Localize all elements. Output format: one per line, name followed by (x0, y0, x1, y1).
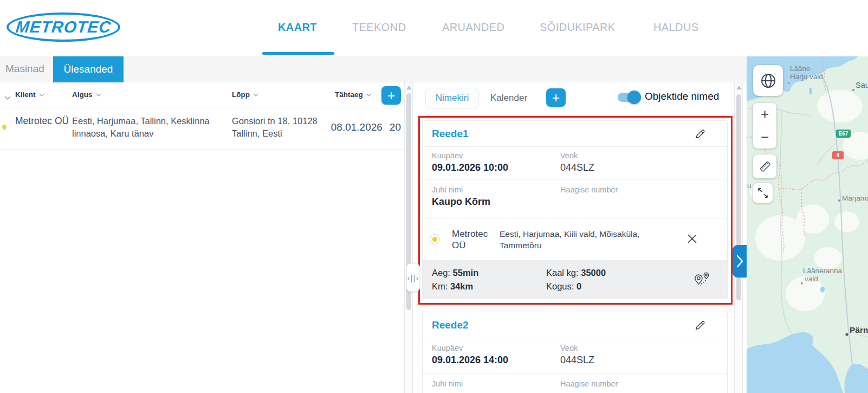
chevron-down-icon (96, 91, 101, 99)
juht-label: Juhi nimi (432, 379, 463, 388)
nav-soidukipark[interactable]: SÕIDUKIPARK (540, 21, 616, 34)
cell-algus: Eesti, Harjumaa, Tallinn, Kesklinna linn… (72, 115, 229, 140)
map-label-sau: Sau (856, 81, 868, 89)
nav-haldus[interactable]: HALDUS (653, 21, 699, 34)
zoom-in-button[interactable]: + (753, 103, 776, 126)
task-detail-panel: Nimekiri Kalender + Objektide nimed Reed… (413, 82, 734, 393)
scroll-up-arrow-icon[interactable] (406, 86, 412, 89)
detail-panel-scrollbar[interactable] (734, 82, 743, 393)
chevron-right-icon (735, 254, 744, 269)
expand-arrows-icon (756, 186, 769, 199)
route-card-reede1: Reede1 Kuupäev 09.01.2026 10:00 Veok 044… (422, 120, 728, 299)
card-title: Reede1 (432, 128, 469, 140)
resize-handle-icon: ‹||› (407, 273, 419, 282)
toggle-label: Objektide nimed (645, 91, 719, 102)
objektide-nimed-toggle[interactable] (618, 93, 638, 102)
veok-value: 044SLZ (560, 355, 594, 366)
left-panel-scrollbar[interactable] (404, 82, 413, 393)
metrotec-logo[interactable]: METROTEC (7, 12, 120, 42)
chevron-down-icon (366, 91, 372, 99)
card-field-row: Kuupäev 09.01.2026 14:00 Veok 044SLZ (423, 338, 727, 374)
tasks-table-panel: Klient Algus Lõpp Tähtaeg + Metrotec OÜ … (0, 82, 404, 393)
column-klient[interactable]: Klient (15, 91, 44, 99)
juht-label: Juhi nimi (432, 185, 490, 194)
active-tab-underline (262, 52, 334, 55)
add-route-button[interactable]: + (546, 88, 566, 107)
nav-aruanded[interactable]: ARUANDED (442, 21, 504, 34)
subtab-strip: Masinad Ülesanded (0, 56, 747, 82)
table-header-row: Klient Algus Lõpp Tähtaeg + (0, 82, 404, 108)
nav-teekond[interactable]: TEEKOND (352, 21, 406, 34)
toggle-knob (627, 91, 641, 104)
route-stats: Aeg: 55min Km: 34km Kaal kg: 35000 Kogus… (423, 261, 727, 299)
haagis-label: Haagise number (560, 379, 618, 388)
card-header: Reede1 (423, 121, 727, 147)
status-dot (2, 125, 7, 130)
map-panel[interactable]: E67 4 Lääne- Harju vald Sau lu Märjama L… (747, 56, 868, 393)
column-tahtaeg[interactable]: Tähtaeg (335, 91, 372, 99)
ruler-icon (757, 159, 773, 174)
fullscreen-map-button[interactable] (753, 183, 773, 203)
measure-distance-button[interactable] (753, 154, 776, 178)
map-label-marjamaa: Märjama (842, 194, 868, 202)
globe-icon (760, 73, 776, 89)
scroll-up-arrow-icon[interactable] (736, 86, 742, 89)
kuupaev-value: 09.01.2026 14:00 (432, 355, 508, 366)
veok-label: Veok (560, 344, 594, 352)
card-field-row: Juhi nimi Haagise number (423, 374, 727, 393)
card-field-row: Juhi nimi Kaupo Kõrm Haagise number (423, 179, 727, 218)
close-icon[interactable] (688, 234, 697, 243)
svg-text:4: 4 (837, 152, 840, 158)
svg-text:E67: E67 (839, 131, 848, 137)
veok-value: 044SLZ (560, 162, 594, 173)
stat-aeg: Aeg: 55min (432, 266, 478, 280)
column-lopp[interactable]: Lõpp (232, 91, 258, 99)
stat-kogus: Kogus: 0 (546, 280, 606, 293)
kuupaev-value: 09.01.2026 10:00 (432, 162, 508, 173)
map-label-laaneranna-2: vald (805, 275, 818, 283)
map-zoom-control: + − (753, 103, 776, 149)
zoom-out-button[interactable]: − (753, 126, 776, 149)
card-header: Reede2 (423, 312, 727, 338)
expand-panel-arrow-button[interactable] (733, 245, 747, 278)
tab-masinad[interactable]: Masinad (5, 63, 44, 75)
tab-ulesanded[interactable]: Ülesanded (53, 56, 124, 82)
logo-text: METROTEC (15, 18, 112, 36)
cell-tahtaeg: 08.01.2026 20 (323, 121, 401, 133)
kuupaev-label: Kuupäev (432, 151, 508, 160)
waypoint-client: Metrotec OÜ (452, 228, 492, 251)
edit-pencil-icon[interactable] (694, 319, 706, 331)
card-field-row: Kuupäev 09.01.2026 10:00 Veok 044SLZ (423, 147, 727, 179)
haagis-label: Haagise number (560, 185, 618, 194)
chevron-down-icon (253, 91, 258, 99)
waypoint-radio[interactable] (430, 234, 440, 244)
route-card-reede2: Reede2 Kuupäev 09.01.2026 14:00 Veok 044… (422, 312, 728, 393)
panel-resize-handle[interactable]: ‹||› (406, 263, 420, 292)
map-label-laane-harju-2: Harju vald (790, 73, 823, 81)
add-task-button[interactable]: + (381, 86, 401, 105)
map-label-laane-harju-1: Lääne- (790, 65, 813, 73)
collapse-all-chevron-icon[interactable] (4, 93, 11, 102)
view-tab-kalender[interactable]: Kalender (490, 93, 527, 104)
view-tab-nimekiri[interactable]: Nimekiri (425, 88, 479, 108)
app-root: METROTEC KAART TEEKOND ARUANDED SÕIDUKIP… (0, 0, 868, 393)
road-badge-e67: E67 (836, 130, 851, 138)
veok-label: Veok (560, 151, 594, 160)
edit-pencil-icon[interactable] (694, 128, 706, 140)
road-badge-4: 4 (832, 151, 844, 159)
table-row[interactable]: Metrotec OÜ Eesti, Harjumaa, Tallinn, Ke… (0, 108, 404, 150)
stat-km: Km: 34km (432, 280, 478, 293)
route-pins-icon[interactable] (694, 272, 711, 287)
map-label-lu: lu (747, 182, 752, 190)
chevron-down-icon (39, 91, 44, 99)
top-header: METROTEC KAART TEEKOND ARUANDED SÕIDUKIP… (0, 0, 868, 56)
map-label-laaneranna-1: Lääneranna (803, 267, 843, 275)
kuupaev-label: Kuupäev (432, 344, 508, 352)
waypoint-address: Eesti, Harjumaa, Kiili vald, Mõisaküla, … (500, 228, 647, 251)
stat-kaal: Kaal kg: 35000 (546, 266, 606, 280)
map-layers-button[interactable] (753, 65, 783, 96)
nav-kaart[interactable]: KAART (278, 21, 317, 34)
card-title: Reede2 (432, 319, 469, 331)
waypoint-row[interactable]: Metrotec OÜ Eesti, Harjumaa, Kiili vald,… (423, 218, 727, 261)
column-algus[interactable]: Algus (72, 91, 101, 99)
